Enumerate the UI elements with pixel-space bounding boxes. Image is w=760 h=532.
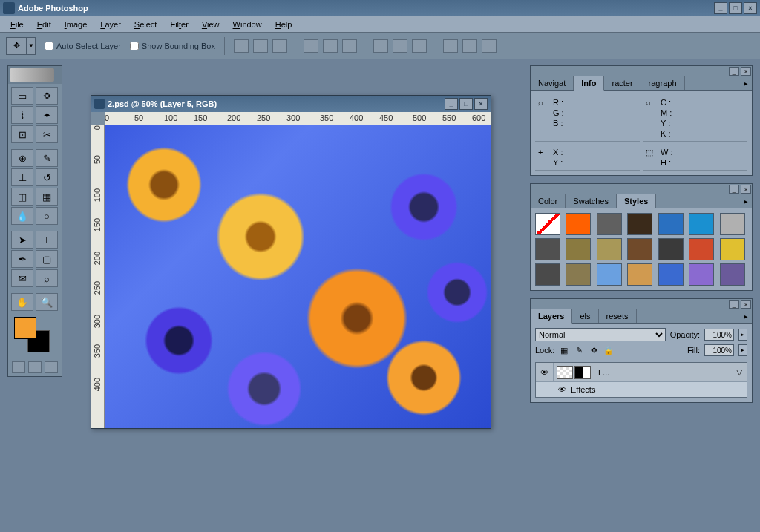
layer-name[interactable]: L... xyxy=(594,368,614,377)
distribute-left-icon[interactable] xyxy=(443,39,458,53)
horizontal-ruler[interactable]: 0 50 100 150 200 250 300 350 400 450 500… xyxy=(105,112,491,125)
style-swatch[interactable] xyxy=(535,238,560,260)
effects-row[interactable]: 👁 Effects xyxy=(536,382,747,397)
style-swatch[interactable] xyxy=(535,213,560,235)
tab-color[interactable]: Color xyxy=(531,194,566,208)
wand-tool[interactable]: ✦ xyxy=(36,106,58,124)
tab-navigator[interactable]: Navigat xyxy=(531,76,574,90)
align-bottom-icon[interactable] xyxy=(272,39,287,53)
style-swatch[interactable] xyxy=(597,213,622,235)
style-swatch[interactable] xyxy=(658,263,684,286)
type-tool[interactable]: T xyxy=(36,231,58,249)
distribute-hcenter-icon[interactable] xyxy=(462,39,477,53)
lasso-tool[interactable]: ⌇ xyxy=(11,106,33,124)
menu-help[interactable]: Help xyxy=(269,18,298,31)
maximize-button[interactable]: □ xyxy=(729,2,742,14)
style-swatch[interactable] xyxy=(627,238,652,260)
lock-position-icon[interactable]: ✥ xyxy=(589,345,599,355)
heal-tool[interactable]: ⊕ xyxy=(11,149,33,167)
crop-tool[interactable]: ⊡ xyxy=(11,125,33,143)
slice-tool[interactable]: ✂ xyxy=(36,125,58,143)
lock-transparency-icon[interactable]: ▦ xyxy=(559,345,569,355)
style-swatch[interactable] xyxy=(658,213,684,235)
history-brush-tool[interactable]: ↺ xyxy=(36,168,58,186)
foreground-color[interactable] xyxy=(14,317,36,339)
align-top-icon[interactable] xyxy=(234,39,249,53)
marquee-tool[interactable]: ▭ xyxy=(11,87,33,105)
style-swatch[interactable] xyxy=(566,263,591,286)
eye-icon[interactable]: 👁 xyxy=(558,385,566,394)
align-left-icon[interactable] xyxy=(304,39,318,53)
panel-minimize-button[interactable]: _ xyxy=(729,185,739,194)
hand-tool[interactable]: ✋ xyxy=(11,293,33,311)
auto-select-checkbox[interactable]: Auto Select Layer xyxy=(45,42,121,50)
screenmode-icon[interactable] xyxy=(28,361,42,373)
tab-styles[interactable]: Styles xyxy=(617,194,656,208)
style-swatch[interactable] xyxy=(720,238,745,260)
style-swatch[interactable] xyxy=(627,213,652,235)
menu-filter[interactable]: Filter xyxy=(164,18,194,31)
style-swatch[interactable] xyxy=(566,213,591,235)
menu-layer[interactable]: Layer xyxy=(94,18,127,31)
doc-maximize-button[interactable]: □ xyxy=(459,98,473,110)
panel-menu-icon[interactable]: ▸ xyxy=(740,76,752,90)
pen-tool[interactable]: ✒ xyxy=(11,250,33,268)
tab-presets[interactable]: resets xyxy=(599,309,637,323)
opacity-slider-icon[interactable]: ▸ xyxy=(738,329,747,341)
dodge-tool[interactable]: ○ xyxy=(36,207,58,225)
style-swatch[interactable] xyxy=(597,238,622,260)
style-swatch[interactable] xyxy=(689,238,714,260)
style-swatch[interactable] xyxy=(566,238,591,260)
eraser-tool[interactable]: ◫ xyxy=(11,188,33,206)
gradient-tool[interactable]: ▦ xyxy=(36,188,58,206)
doc-minimize-button[interactable]: _ xyxy=(445,98,458,110)
notes-tool[interactable]: ✉ xyxy=(11,269,33,287)
path-select-tool[interactable]: ➤ xyxy=(11,231,33,249)
move-tool[interactable]: ✥ xyxy=(36,87,58,105)
move-tool-icon[interactable]: ✥ xyxy=(6,37,27,55)
menu-image[interactable]: Image xyxy=(59,18,94,31)
style-swatch[interactable] xyxy=(535,263,560,286)
tab-layers[interactable]: Layers xyxy=(531,309,572,324)
style-swatch[interactable] xyxy=(689,213,714,235)
menu-window[interactable]: Window xyxy=(227,18,268,31)
style-swatch[interactable] xyxy=(720,213,745,235)
eyedropper-tool[interactable]: ⌕ xyxy=(36,269,58,287)
tab-paragraph[interactable]: ragraph xyxy=(641,76,685,90)
distribute-vcenter-icon[interactable] xyxy=(393,39,407,53)
brush-tool[interactable]: ✎ xyxy=(36,149,58,167)
minimize-button[interactable]: _ xyxy=(714,2,727,14)
distribute-bottom-icon[interactable] xyxy=(412,39,427,53)
distribute-top-icon[interactable] xyxy=(373,39,388,53)
panel-minimize-button[interactable]: _ xyxy=(729,67,739,76)
mask-thumbnail[interactable] xyxy=(574,366,591,379)
style-swatch[interactable] xyxy=(720,263,745,286)
canvas[interactable] xyxy=(105,125,491,428)
lock-all-icon[interactable]: 🔒 xyxy=(603,345,614,355)
panel-menu-icon[interactable]: ▸ xyxy=(740,309,752,323)
fill-field[interactable] xyxy=(704,344,734,356)
menu-edit[interactable]: Edit xyxy=(31,18,57,31)
blur-tool[interactable]: 💧 xyxy=(11,207,33,225)
style-swatch[interactable] xyxy=(627,263,652,286)
panel-close-button[interactable]: × xyxy=(741,185,751,194)
layer-item[interactable]: 👁 L... ▽ xyxy=(536,363,747,382)
tab-info[interactable]: Info xyxy=(574,76,604,91)
fill-slider-icon[interactable]: ▸ xyxy=(738,344,747,356)
panel-close-button[interactable]: × xyxy=(741,67,751,76)
opacity-field[interactable] xyxy=(704,329,734,341)
stamp-tool[interactable]: ⊥ xyxy=(11,168,33,186)
visibility-icon[interactable]: 👁 xyxy=(536,363,554,381)
tool-preset-dropdown[interactable]: ▼ xyxy=(27,37,36,55)
style-swatch[interactable] xyxy=(689,263,714,286)
shape-tool[interactable]: ▢ xyxy=(36,250,58,268)
menu-file[interactable]: File xyxy=(4,18,30,31)
style-swatch[interactable] xyxy=(597,263,622,286)
fx-icon[interactable]: ▽ xyxy=(736,367,742,377)
style-swatch[interactable] xyxy=(658,238,684,260)
zoom-tool[interactable]: 🔍 xyxy=(36,293,58,311)
distribute-right-icon[interactable] xyxy=(482,39,497,53)
blend-mode-select[interactable]: Normal xyxy=(535,328,666,341)
jump-icon[interactable] xyxy=(45,361,58,373)
layer-thumbnail[interactable] xyxy=(557,366,573,379)
